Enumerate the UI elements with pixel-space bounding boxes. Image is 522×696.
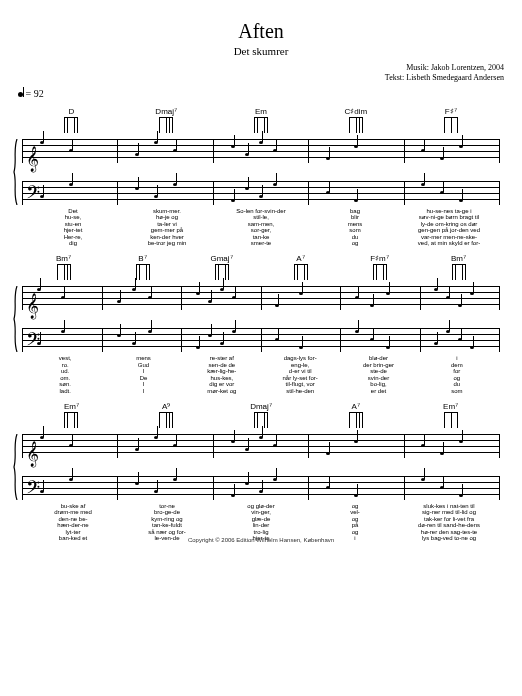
lyric-syllable: d-er vi til <box>261 368 339 374</box>
copyright-footer: Copyright © 2006 Edition Wilhelm Hansen,… <box>0 537 522 543</box>
fret-diagram-icon <box>136 264 150 280</box>
chord-name: Bm⁷ <box>419 254 498 263</box>
lyric-line: søn.Idig er vortil-flugt, vorbo-lig,du <box>26 381 496 387</box>
fret-diagram-icon <box>444 412 458 428</box>
lyric-syllable: kym-ring og <box>120 516 214 522</box>
grand-staff: 𝄞𝄢 <box>18 139 504 205</box>
lyric-syllable: hjer-tet <box>26 227 120 233</box>
chord-name: F♯m⁷ <box>340 254 419 263</box>
lyric-syllable: smer-te <box>214 240 308 246</box>
song-subtitle: Det skumrer <box>18 45 504 57</box>
fret-diagram-icon <box>57 264 71 280</box>
lyric-syllable: søv-ni-ge børn bragt til <box>402 214 496 220</box>
lyric-syllable: tan-ke-fuldt <box>120 522 214 528</box>
lyric-syllable: skum-mer. <box>120 208 214 214</box>
chord-name: B⁷ <box>103 254 182 263</box>
chord-name: Em⁷ <box>403 402 498 411</box>
lyric-line: hjer-tetgem-mer påsor-ger,somgen-gen på … <box>26 227 496 233</box>
fret-diagram-icon <box>452 264 466 280</box>
lyric-syllable: tor-ne <box>120 503 214 509</box>
lyric-syllable: So-len for-svin-der <box>214 208 308 214</box>
chord-diagram: Gmaj⁷ <box>182 254 261 284</box>
lyric-syllable: så nær og for- <box>120 529 214 535</box>
lyric-syllable: og <box>308 503 402 509</box>
lyric-syllable: og glø-der <box>214 503 308 509</box>
lyric-syllable: dø-ren til sand-he-dens <box>402 522 496 528</box>
lyric-syllable: om. <box>26 375 104 381</box>
lyric-syllable: mør-ket og <box>183 388 261 394</box>
lyric-syllable: tro-lig <box>214 529 308 535</box>
lyric-syllable: du <box>308 234 402 240</box>
lyric-line: vest,mensre-ster afdags-lys for-blø-deri <box>26 355 496 361</box>
chord-diagram: A⁷ <box>261 254 340 284</box>
lyric-syllable: var-mer men-ne-ske- <box>402 234 496 240</box>
chord-name: F♯⁷ <box>403 107 498 116</box>
lyric-syllable: glæ-de <box>214 516 308 522</box>
fret-diagram-icon <box>349 412 363 428</box>
lyric-line: hæn-der-netan-ke-fuldtlin-derpådø-ren ti… <box>26 522 496 528</box>
lyric-syllable: stil-he-den <box>261 388 339 394</box>
lyric-syllable: lyt-ter <box>26 529 120 535</box>
lyric-syllable: når ly-set for- <box>261 375 339 381</box>
lyric-syllable: søn. <box>26 381 104 387</box>
lyric-syllable: i <box>418 355 496 361</box>
lyric-syllable: som <box>418 388 496 394</box>
lyric-syllable: ly-de om-kring os dør <box>402 221 496 227</box>
chord-name: C♯dim <box>308 107 403 116</box>
chord-name: Dmaj⁷ <box>214 402 309 411</box>
lyric-syllable: og <box>308 529 402 535</box>
lyric-syllable: ste-de <box>339 368 417 374</box>
credits: Musik: Jakob Lorentzen, 2004 Tekst: Lisb… <box>18 63 504 84</box>
fret-diagram-icon <box>254 412 268 428</box>
lyric-syllable: hu-se-nes ta-ge i <box>402 208 496 214</box>
lyric-syllable: dig er vor <box>183 381 261 387</box>
text-credit: Tekst: Lisbeth Smedegaard Andersen <box>18 73 504 83</box>
lyric-syllable: blir <box>308 214 402 220</box>
chord-diagram: F♯m⁷ <box>340 254 419 284</box>
lyric-syllable: ken-der hver <box>120 234 214 240</box>
lyric-syllable: dags-lys for- <box>261 355 339 361</box>
chord-diagram: C♯dim <box>308 107 403 137</box>
chord-diagram: Em <box>214 107 309 137</box>
lyric-syllable: bo-lig, <box>339 381 417 387</box>
lyric-syllable: Det <box>26 208 120 214</box>
lyric-syllable: vel- <box>308 509 402 515</box>
lyric-syllable: kær-lig-he- <box>183 368 261 374</box>
lyric-syllable: gen-gen på jor-den ved <box>402 227 496 233</box>
lyric-syllable: tak-ker for li-vet fra <box>402 516 496 522</box>
lyric-syllable: I <box>104 368 182 374</box>
lyric-syllable: mens <box>104 355 182 361</box>
lyrics-block: Detskum-mer.So-len for-svin-derbaghu-se-… <box>18 208 504 247</box>
fret-diagram-icon <box>444 117 458 133</box>
quarter-note-icon <box>18 92 23 97</box>
fret-diagram-icon <box>254 117 268 133</box>
tempo-value: = 92 <box>26 88 44 99</box>
fret-diagram-icon <box>373 264 387 280</box>
chord-name: Em <box>214 107 309 116</box>
lyric-syllable: den-ne be- <box>26 516 120 522</box>
fret-diagram-icon <box>64 117 78 133</box>
lyric-syllable: på <box>308 522 402 528</box>
lyric-syllable: hø-je og <box>120 214 214 220</box>
lyric-syllable: ro. <box>26 362 104 368</box>
lyric-syllable: bag <box>308 208 402 214</box>
lyric-syllable: be-tror jeg min <box>120 240 214 246</box>
lyric-syllable: ud. <box>26 368 104 374</box>
lyric-syllable: blø-der <box>339 355 417 361</box>
lyric-line: ladt.Imør-ket ogstil-he-dener detsom <box>26 388 496 394</box>
lyric-syllable: eng-le, <box>261 362 339 368</box>
lyric-syllable: re-ster af <box>183 355 261 361</box>
lyric-syllable: Gud <box>104 362 182 368</box>
lyric-syllable: drøm-me med <box>26 509 120 515</box>
lyric-syllable: bu-ske af <box>26 503 120 509</box>
lyric-line: digbe-tror jeg minsmer-teogved, at min s… <box>26 240 496 246</box>
music-credit: Musik: Jakob Lorentzen, 2004 <box>18 63 504 73</box>
chord-row: Bm⁷B⁷Gmaj⁷A⁷F♯m⁷Bm⁷ <box>18 254 504 286</box>
lyric-syllable: gem-mer på <box>120 227 214 233</box>
lyric-syllable: er det <box>339 388 417 394</box>
lyric-syllable: dig <box>26 240 120 246</box>
chord-name: Bm⁷ <box>24 254 103 263</box>
lyric-line: Detskum-mer.So-len for-svin-derbaghu-se-… <box>26 208 496 214</box>
lyric-syllable: stil-le, <box>214 214 308 220</box>
chord-row: DDmaj⁷EmC♯dimF♯⁷ <box>18 107 504 139</box>
